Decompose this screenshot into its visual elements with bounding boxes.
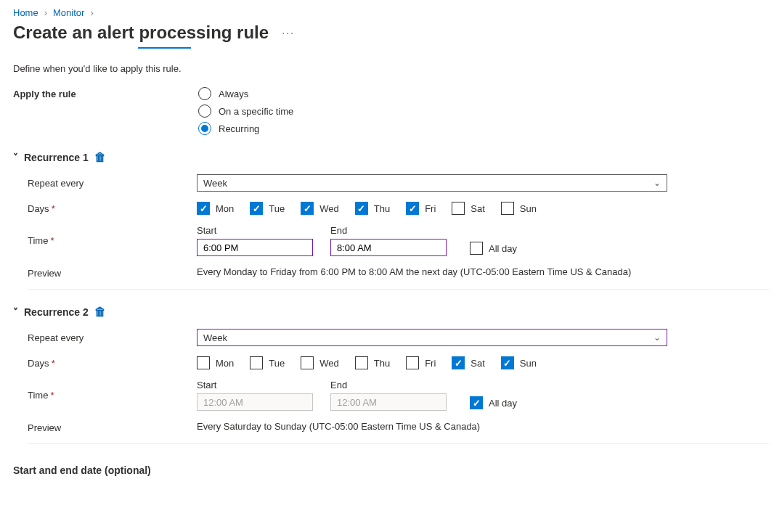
breadcrumb-monitor[interactable]: Monitor (53, 7, 84, 18)
radio-recurring-label: Recurring (219, 123, 259, 134)
start-end-date-heading: Start and end date (optional) (13, 465, 769, 476)
days-row-2: Mon Tue Wed Thu Fri Sat Sun (197, 356, 769, 369)
day-sun-2[interactable]: Sun (501, 356, 537, 369)
tab-bar (13, 47, 769, 49)
start-time-input-2 (197, 393, 313, 411)
preview-label: Preview (13, 421, 197, 433)
radio-specific-label: On a specific time (219, 106, 293, 117)
days-label: Days* (13, 358, 197, 369)
end-time-input-2 (330, 393, 447, 411)
chevron-down-icon: ⌄ (653, 332, 661, 343)
radio-always[interactable]: Always (198, 87, 769, 100)
day-sun-1[interactable]: Sun (501, 202, 537, 215)
breadcrumb-home[interactable]: Home (13, 7, 38, 18)
day-sat-2[interactable]: Sat (452, 356, 485, 369)
preview-text-2: Every Saturday to Sunday (UTC-05:00 East… (197, 421, 769, 433)
all-day-label: All day (489, 243, 517, 254)
repeat-every-value: Week (203, 178, 227, 189)
start-label: Start (197, 225, 313, 236)
page-title: Create an alert processing rule (13, 22, 269, 43)
recurrence-2-title: Recurrence 2 (24, 306, 89, 318)
time-label: Time* (13, 390, 197, 401)
chevron-down-icon: ⌄ (653, 178, 661, 188)
repeat-every-dropdown-1[interactable]: Week ⌄ (197, 174, 667, 192)
radio-always-label: Always (219, 89, 248, 99)
day-thu-1[interactable]: Thu (355, 202, 390, 215)
day-fri-2[interactable]: Fri (406, 356, 436, 369)
time-label: Time* (13, 235, 197, 246)
apply-the-rule-label: Apply the rule (13, 87, 198, 99)
repeat-every-value: Week (203, 332, 227, 343)
divider (28, 443, 769, 444)
more-actions-button[interactable]: ··· (277, 24, 299, 41)
radio-recurring[interactable]: Recurring (198, 122, 769, 135)
day-tue-2[interactable]: Tue (250, 356, 285, 369)
start-time-input-1[interactable] (197, 239, 313, 256)
preview-text-1: Every Monday to Friday from 6:00 PM to 8… (197, 266, 769, 279)
radio-specific-time[interactable]: On a specific time (198, 105, 769, 118)
days-label: Days* (13, 203, 197, 214)
day-wed-2[interactable]: Wed (301, 356, 339, 369)
preview-label: Preview (13, 266, 197, 279)
repeat-every-label: Repeat every (13, 178, 197, 189)
radio-icon (198, 87, 211, 100)
repeat-every-label: Repeat every (13, 332, 197, 343)
recurrence-1-title: Recurrence 1 (24, 152, 89, 163)
day-thu-2[interactable]: Thu (355, 356, 390, 369)
end-time-input-1[interactable] (330, 239, 447, 256)
radio-icon (198, 105, 211, 118)
days-row-1: Mon Tue Wed Thu Fri Sat Sun (197, 202, 769, 215)
delete-recurrence-2-button[interactable]: 🗑 (94, 306, 106, 319)
day-mon-1[interactable]: Mon (197, 202, 234, 215)
chevron-right-icon: › (44, 7, 47, 18)
delete-recurrence-1-button[interactable]: 🗑 (94, 151, 106, 164)
day-mon-2[interactable]: Mon (197, 356, 234, 369)
end-label: End (330, 225, 447, 236)
day-fri-1[interactable]: Fri (406, 202, 436, 215)
radio-icon (198, 122, 211, 135)
day-tue-1[interactable]: Tue (250, 202, 285, 215)
instruction-text: Define when you'd like to apply this rul… (13, 63, 769, 74)
repeat-every-dropdown-2[interactable]: Week ⌄ (197, 329, 667, 346)
breadcrumb: Home › Monitor › (13, 7, 769, 18)
end-label: End (330, 380, 447, 390)
all-day-label: All day (489, 398, 517, 409)
chevron-down-icon[interactable]: ˅ (13, 306, 18, 318)
chevron-down-icon[interactable]: ˅ (13, 152, 18, 163)
all-day-checkbox-1[interactable]: All day (470, 242, 517, 256)
day-wed-1[interactable]: Wed (301, 202, 339, 215)
all-day-checkbox-2[interactable]: All day (470, 396, 517, 411)
start-label: Start (197, 380, 313, 390)
day-sat-1[interactable]: Sat (452, 202, 485, 215)
divider (28, 289, 769, 290)
chevron-right-icon: › (90, 7, 93, 18)
